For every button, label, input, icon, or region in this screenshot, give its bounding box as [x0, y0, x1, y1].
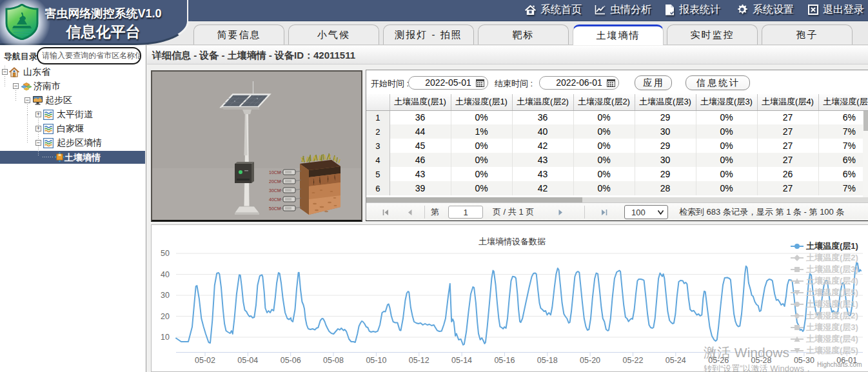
svg-text:土壤墒情设备数据: 土壤墒情设备数据: [478, 237, 546, 246]
svg-text:30: 30: [161, 291, 170, 300]
svg-text:05-02: 05-02: [195, 356, 215, 365]
svg-text:05-16: 05-16: [494, 356, 515, 365]
svg-text:10CM: 10CM: [269, 170, 281, 175]
svg-text:30CM: 30CM: [269, 188, 281, 193]
svg-text:40: 40: [161, 270, 170, 279]
svg-text:40CM: 40CM: [269, 197, 281, 202]
svg-text:10: 10: [161, 333, 170, 342]
svg-text:05-06: 05-06: [281, 356, 301, 365]
svg-text:20CM: 20CM: [269, 179, 281, 184]
svg-text:05-14: 05-14: [451, 356, 472, 365]
svg-text:05-24: 05-24: [666, 356, 686, 365]
svg-text:05-04: 05-04: [237, 356, 258, 365]
svg-text:05-22: 05-22: [623, 356, 644, 365]
svg-text:05-20: 05-20: [580, 356, 600, 365]
svg-text:50: 50: [161, 249, 170, 258]
svg-text:05-10: 05-10: [366, 356, 386, 365]
svg-text:50CM: 50CM: [269, 206, 281, 211]
svg-text:05-08: 05-08: [323, 356, 344, 365]
svg-text:05-12: 05-12: [409, 356, 429, 365]
svg-text:20: 20: [161, 312, 170, 321]
svg-text:05-18: 05-18: [537, 356, 558, 365]
